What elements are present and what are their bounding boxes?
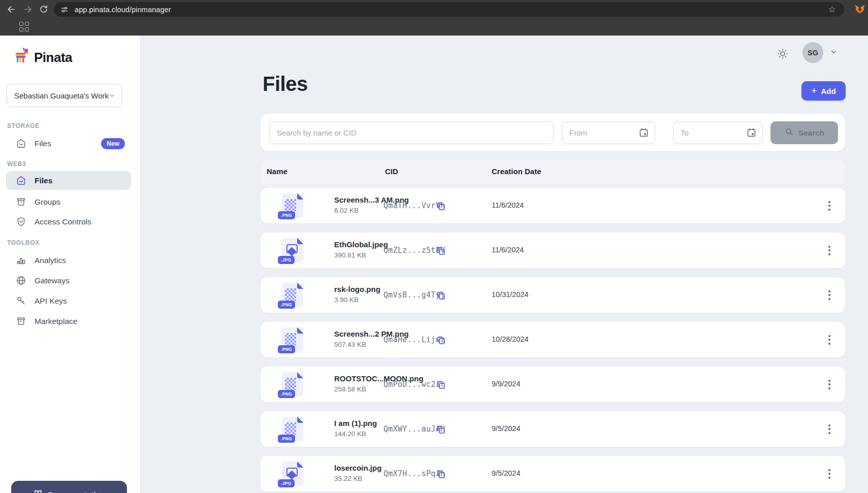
row-menu-kebab-icon[interactable] [822, 377, 837, 392]
file-name: losercoin.jpg [334, 464, 381, 472]
file-size: 6.02 KB [334, 207, 359, 214]
pin-files-icon [15, 175, 26, 186]
row-menu-kebab-icon[interactable] [822, 332, 837, 347]
table-header: Name CID Creation Date [261, 160, 845, 184]
metamask-extension-icon[interactable] [855, 4, 865, 14]
file-type-icon: .JPG [282, 462, 303, 486]
copy-cid-icon[interactable] [434, 334, 447, 347]
copy-cid-icon[interactable] [434, 378, 447, 391]
sidebar-item-api-keys[interactable]: API Keys [6, 291, 131, 310]
browser-toolbar: app.pinata.cloud/pinmanager ☆ [0, 0, 868, 18]
new-badge: New [101, 138, 125, 149]
table-row[interactable]: .PNG Screensh...2 PM.png 507.43 KB QmaHe… [261, 322, 845, 357]
row-menu-kebab-icon[interactable] [822, 421, 837, 437]
column-header-creation-date: Creation Date [492, 167, 541, 176]
file-size: 35.22 KB [334, 475, 363, 482]
plus-icon: + [811, 85, 817, 96]
sidebar-item-web3-files[interactable]: Files [6, 171, 131, 190]
creation-date: 11/6/2024 [492, 246, 524, 254]
creation-date: 9/9/2024 [492, 380, 520, 388]
url-text[interactable]: app.pinata.cloud/pinmanager [75, 6, 828, 14]
bookmark-star-icon[interactable]: ☆ [828, 4, 836, 15]
box-icon [15, 196, 26, 208]
search-button[interactable]: Search [770, 121, 838, 144]
file-extension-badge: .PNG [278, 345, 295, 353]
file-extension-badge: .JPG [278, 256, 295, 264]
creation-date: 9/5/2024 [492, 469, 520, 477]
copy-cid-icon[interactable] [434, 200, 447, 213]
row-menu-kebab-icon[interactable] [822, 198, 837, 213]
section-storage: STORAGE [7, 122, 40, 129]
file-name: I am (1).png [334, 419, 377, 428]
add-button-label: Add [821, 87, 835, 95]
creation-date: 10/28/2024 [492, 335, 529, 343]
site-settings-icon[interactable] [60, 6, 69, 14]
table-row[interactable]: .PNG Screensh...3 AM.png 6.02 KB QmaTH..… [261, 188, 845, 223]
workspace-selector[interactable]: Sebastian Guaqueta's Work... [7, 84, 122, 107]
row-menu-kebab-icon[interactable] [822, 243, 837, 258]
file-size: 258.58 KB [334, 385, 366, 393]
section-web3: WEB3 [7, 160, 26, 168]
table-row[interactable]: .JPG losercoin.jpg 35.22 KB QmX7H...sPqJ… [261, 456, 845, 491]
column-header-cid: CID [385, 167, 398, 176]
date-to-field [673, 121, 763, 144]
file-extension-badge: .PNG [278, 301, 295, 309]
column-header-name: Name [267, 167, 287, 176]
file-name: EthGlobal.jpeg [334, 240, 388, 249]
to-date-input[interactable] [673, 121, 763, 144]
account-chevron-down-icon[interactable] [830, 48, 838, 58]
table-row[interactable]: .PNG rsk-logo.png 3.90 KB QmVsB...g4Tyj … [261, 277, 845, 313]
sidebar-item-groups[interactable]: Groups [6, 192, 131, 211]
file-extension-badge: .JPG [278, 479, 295, 487]
file-extension-badge: .PNG [278, 390, 295, 398]
apps-grid-icon[interactable] [19, 22, 29, 32]
file-extension-badge: .PNG [278, 435, 295, 443]
sidebar-item-label: Files [35, 176, 52, 185]
sidebar-item-storage-files[interactable]: Files New [6, 134, 131, 153]
documentation-button[interactable]: Documentation [11, 481, 127, 493]
copy-cid-icon[interactable] [434, 289, 447, 302]
from-date-input[interactable] [562, 121, 655, 144]
avatar[interactable]: SG [802, 42, 823, 63]
sidebar-item-gateways[interactable]: Gateways [6, 271, 131, 290]
pinata-logo[interactable]: Pinata [14, 48, 72, 67]
copy-cid-icon[interactable] [434, 468, 447, 481]
search-button-label: Search [798, 128, 825, 138]
workspace-label: Sebastian Guaqueta's Work... [14, 91, 109, 100]
date-from-field [562, 121, 655, 144]
sidebar-item-label: Access Controls [35, 217, 91, 226]
file-type-icon: .PNG [282, 283, 303, 307]
documentation-label: Documentation [48, 490, 106, 493]
globe-icon [15, 275, 26, 286]
back-icon[interactable] [4, 2, 18, 16]
url-bar[interactable]: app.pinata.cloud/pinmanager ☆ [54, 2, 844, 17]
theme-toggle-sun-icon[interactable] [775, 46, 791, 62]
search-input[interactable] [269, 121, 554, 144]
row-menu-kebab-icon[interactable] [822, 287, 837, 303]
file-type-icon: .PNG [282, 417, 303, 441]
copy-cid-icon[interactable] [434, 423, 447, 436]
table-row[interactable]: .PNG ROOTSTOC...MOON.png 258.58 KB QmPoD… [261, 367, 845, 402]
copy-cid-icon[interactable] [434, 244, 447, 257]
file-size: 507.43 KB [334, 341, 366, 348]
table-row[interactable]: .PNG I am (1).png 144.20 KB QmXWY...auJA… [261, 411, 845, 447]
table-row[interactable]: .JPG EthGlobal.jpeg 390.81 KB QmZLz...z5… [261, 233, 845, 268]
sidebar-item-label: Files [35, 139, 51, 148]
sidebar-item-marketplace[interactable]: Marketplace [6, 312, 131, 331]
pin-files-icon [15, 138, 26, 149]
row-menu-kebab-icon[interactable] [822, 466, 837, 481]
file-size: 390.81 KB [334, 251, 366, 259]
creation-date: 10/31/2024 [492, 290, 529, 299]
bookmarks-bar [0, 18, 868, 36]
forward-icon[interactable] [20, 2, 35, 16]
sidebar-item-label: Gateways [35, 276, 70, 285]
sidebar-item-analytics[interactable]: Analytics [6, 251, 131, 270]
sidebar-item-label: Marketplace [35, 317, 77, 326]
sidebar-item-access-controls[interactable]: Access Controls [6, 212, 131, 231]
creation-date: 9/5/2024 [492, 424, 520, 433]
add-button[interactable]: + Add [801, 81, 846, 101]
page-title: Files [263, 73, 308, 95]
file-extension-badge: .PNG [278, 211, 295, 219]
sidebar: Pinata Sebastian Guaqueta's Work... STOR… [0, 36, 141, 493]
reload-icon[interactable] [37, 2, 51, 16]
